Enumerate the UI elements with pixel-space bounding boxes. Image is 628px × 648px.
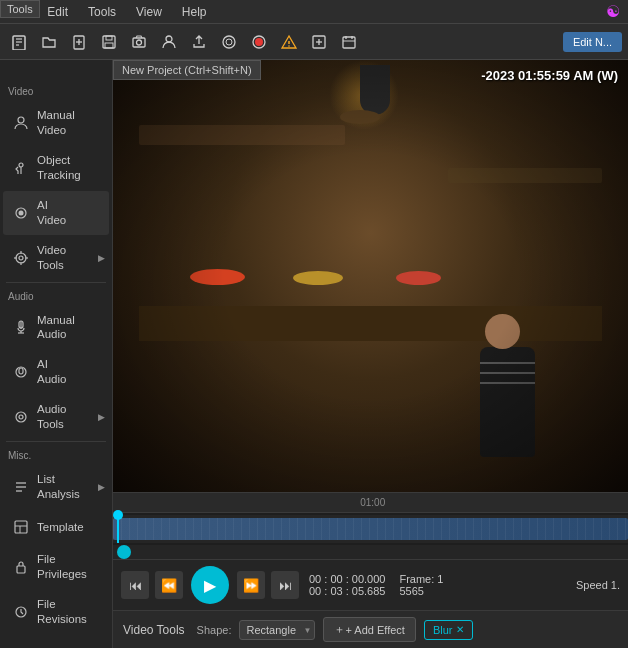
toolbar: Edit N...: [0, 24, 628, 60]
ai-video-icon: [11, 203, 31, 223]
main-layout: Tools Video ManualVideo ObjectTracking A…: [0, 60, 628, 648]
sidebar-item-file-privileges[interactable]: FilePrivileges: [3, 545, 109, 589]
shape-select[interactable]: Rectangle Circle Polygon: [239, 620, 315, 640]
controls-bar: ⏮ ⏪ ▶ ⏩ ⏭ 00 : 00 : 00.000 00 : 03 : 05.…: [113, 559, 628, 610]
vignette: [113, 60, 628, 492]
next-frame-button[interactable]: ⏩: [237, 571, 265, 599]
add-effect-label: + Add Effect: [345, 624, 404, 636]
svg-point-26: [18, 117, 24, 123]
skip-to-end-button[interactable]: ⏭: [271, 571, 299, 599]
add-effect-button[interactable]: ＋ + Add Effect: [323, 617, 415, 642]
video-tools-title: Video Tools: [123, 623, 185, 637]
blur-label: Blur: [433, 624, 453, 636]
sidebar-item-video-tools[interactable]: VideoTools ▶: [3, 236, 109, 280]
sidebar-section-misc: Misc.: [0, 444, 112, 464]
frame-info: Frame: 1 5565: [399, 573, 443, 597]
timeline-ruler: 01:00: [113, 493, 628, 513]
camera-icon[interactable]: [126, 29, 152, 55]
sidebar-item-object-tracking[interactable]: ObjectTracking: [3, 146, 109, 190]
play-button[interactable]: ▶: [191, 566, 229, 604]
skip-to-start-button[interactable]: ⏮: [121, 571, 149, 599]
timeline-track[interactable]: [113, 515, 628, 543]
svg-point-27: [19, 163, 23, 167]
svg-rect-10: [133, 38, 145, 47]
svg-point-12: [166, 36, 172, 42]
video-tools-label: VideoTools: [37, 243, 66, 273]
kitchen-scene: [113, 60, 628, 492]
menu-help[interactable]: Help: [178, 3, 211, 21]
svg-point-11: [137, 40, 142, 45]
svg-rect-22: [343, 37, 355, 48]
manual-audio-icon: [11, 317, 31, 337]
timeline-clip-waveform: [113, 518, 628, 540]
speed-label: Speed: [576, 579, 608, 591]
new-project-icon[interactable]: [6, 29, 32, 55]
manual-video-label: ManualVideo: [37, 108, 75, 138]
svg-rect-49: [17, 566, 25, 573]
sidebar-section-audio: Audio: [0, 285, 112, 305]
template-label: Template: [37, 520, 84, 535]
menu-bar: File Edit Tools View Help ☯: [0, 0, 628, 24]
svg-point-16: [255, 38, 263, 46]
export-icon[interactable]: [186, 29, 212, 55]
svg-rect-0: [13, 36, 25, 50]
svg-rect-40: [19, 368, 23, 374]
app-logo-icon: ☯: [602, 0, 624, 23]
open-icon[interactable]: [36, 29, 62, 55]
shape-select-wrap: Rectangle Circle Polygon: [239, 620, 315, 640]
time-total: 00 : 03 : 05.685: [309, 585, 385, 597]
edit-button[interactable]: Edit N...: [563, 32, 622, 52]
sidebar-item-manual-audio[interactable]: ManualAudio: [3, 306, 109, 350]
sep2: [6, 441, 106, 442]
file-privileges-label: FilePrivileges: [37, 552, 87, 582]
video-tools-bar: Video Tools Shape: Rectangle Circle Poly…: [113, 610, 628, 648]
warning-icon[interactable]: [276, 29, 302, 55]
svg-point-14: [226, 39, 232, 45]
file-revisions-icon: [11, 602, 31, 622]
video-frame: -2023 01:55:59 AM (W): [113, 60, 628, 492]
sidebar-item-list-analysis[interactable]: ListAnalysis ▶: [3, 465, 109, 509]
timestamp-overlay: -2023 01:55:59 AM (W): [481, 68, 618, 83]
time-info: 00 : 00 : 00.000 00 : 03 : 05.685: [309, 573, 385, 597]
save-icon[interactable]: [96, 29, 122, 55]
video-icon[interactable]: [216, 29, 242, 55]
record-icon[interactable]: [246, 29, 272, 55]
sidebar-item-audio-tools[interactable]: AudioTools ▶: [3, 395, 109, 439]
timeline-playhead[interactable]: [117, 515, 119, 543]
svg-point-18: [288, 45, 290, 47]
blur-close-button[interactable]: ✕: [456, 624, 464, 635]
svg-point-30: [16, 253, 26, 263]
sidebar-item-manual-video[interactable]: ManualVideo: [3, 101, 109, 145]
timeline-mark: 01:00: [360, 497, 385, 508]
menu-tools[interactable]: Tools: [84, 3, 120, 21]
audio-tools-icon: [11, 407, 31, 427]
svg-rect-9: [105, 43, 113, 48]
sidebar-item-ai-audio[interactable]: AIAudio: [3, 350, 109, 394]
ai-audio-label: AIAudio: [37, 357, 66, 387]
ai-video-label: AIVideo: [37, 198, 66, 228]
audio-tools-label: AudioTools: [37, 402, 66, 432]
person-icon[interactable]: [156, 29, 182, 55]
video-tools-icon: [11, 248, 31, 268]
menu-view[interactable]: View: [132, 3, 166, 21]
content-area: New Project (Ctrl+Shift+N): [113, 60, 628, 648]
ai-audio-icon: [11, 362, 31, 382]
scrubber-handle[interactable]: [117, 545, 131, 559]
prev-frame-button[interactable]: ⏪: [155, 571, 183, 599]
object-tracking-label: ObjectTracking: [37, 153, 81, 183]
blur-tag: Blur ✕: [424, 620, 474, 640]
audio-tools-chevron: ▶: [98, 412, 105, 422]
upload-icon[interactable]: [306, 29, 332, 55]
svg-rect-46: [15, 521, 27, 533]
sidebar-item-template[interactable]: Template: [3, 510, 109, 544]
new-file-icon[interactable]: [66, 29, 92, 55]
sidebar-item-ai-video[interactable]: AIVideo ←: [3, 191, 109, 235]
manual-video-icon: [11, 113, 31, 133]
frame-count: 5565: [399, 585, 443, 597]
manual-audio-label: ManualAudio: [37, 313, 75, 343]
speed-value: 1.: [611, 579, 620, 591]
menu-edit[interactable]: Edit: [43, 3, 72, 21]
add-icon: ＋: [334, 622, 345, 637]
calendar-icon[interactable]: [336, 29, 362, 55]
sidebar-item-file-revisions[interactable]: FileRevisions: [3, 590, 109, 634]
